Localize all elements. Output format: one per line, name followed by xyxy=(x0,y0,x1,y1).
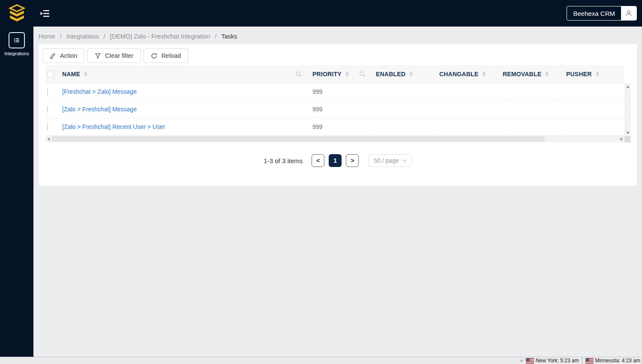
reload-button-label: Reload xyxy=(161,52,181,59)
integrations-list-icon xyxy=(9,32,25,48)
account-button[interactable]: Beehexa CRM xyxy=(567,6,637,21)
task-link[interactable]: [Freshchat > Zalo] Message xyxy=(62,88,137,95)
scrollbar-corner xyxy=(624,136,631,143)
breadcrumb-home[interactable]: Home xyxy=(39,33,55,40)
tasks-table: NAME PRIORITY xyxy=(46,65,631,142)
scroll-right-arrow-icon[interactable] xyxy=(621,137,623,141)
table-row: [Zalo > Freshchat] Recent User > User 99… xyxy=(46,118,624,136)
breadcrumb-integration-name[interactable]: [DEMO] Zalo - Freshchat Integration xyxy=(110,33,210,40)
column-header-enabled[interactable]: ENABLED xyxy=(369,65,432,83)
status-divider xyxy=(582,357,582,364)
action-button[interactable]: Action xyxy=(42,48,84,63)
prev-page-button[interactable]: < xyxy=(312,154,324,167)
user-icon xyxy=(625,9,633,17)
clear-filter-button[interactable]: Clear filter xyxy=(87,48,141,63)
table-row: [Zalo > Freshchat] Message 999 xyxy=(46,101,624,118)
next-page-button[interactable]: > xyxy=(346,154,359,167)
top-bar: Beehexa CRM xyxy=(0,0,642,27)
sidebar-item-label: Integrations xyxy=(4,51,29,56)
reload-button[interactable]: Reload xyxy=(144,48,188,63)
search-icon[interactable] xyxy=(296,71,302,77)
sort-icon[interactable] xyxy=(482,72,486,77)
brand-name: Beehexa CRM xyxy=(567,10,621,17)
horizontal-scrollbar-thumb[interactable] xyxy=(52,136,545,142)
table-row: [Freshchat > Zalo] Message 999 xyxy=(46,83,624,101)
brand-logo[interactable] xyxy=(0,3,33,24)
breadcrumb-separator: / xyxy=(215,33,216,40)
menu-unfold-icon[interactable] xyxy=(39,8,51,19)
sort-icon[interactable] xyxy=(345,72,349,77)
highlighter-icon xyxy=(50,53,56,59)
breadcrumb-integrations[interactable]: Integrations xyxy=(66,33,99,40)
column-header-priority[interactable]: PRIORITY xyxy=(306,65,369,83)
chevron-down-icon xyxy=(402,159,407,162)
task-link[interactable]: [Zalo > Freshchat] Recent User > User xyxy=(62,123,165,130)
row-checkbox[interactable] xyxy=(47,105,48,113)
row-checkbox[interactable] xyxy=(47,88,48,95)
us-flag-icon xyxy=(526,358,534,364)
action-button-label: Action xyxy=(60,52,77,59)
page-size-select[interactable]: 50 / page xyxy=(369,154,411,167)
sort-icon[interactable] xyxy=(409,72,413,77)
priority-value: 999 xyxy=(306,106,369,113)
sidebar: Integrations xyxy=(0,0,33,357)
priority-value: 999 xyxy=(306,88,369,95)
page-1-button[interactable]: 1 xyxy=(329,154,342,167)
search-icon[interactable] xyxy=(359,71,365,77)
breadcrumb-separator: / xyxy=(60,33,62,40)
filter-icon xyxy=(95,53,101,59)
sort-icon[interactable] xyxy=(545,72,549,77)
beehexa-logo-icon xyxy=(8,3,26,24)
sort-icon[interactable] xyxy=(84,72,87,77)
column-header-changable[interactable]: CHANGABLE xyxy=(432,65,496,83)
sort-icon[interactable] xyxy=(596,72,599,77)
breadcrumb: Home / Integrations / [DEMO] Zalo - Fres… xyxy=(39,32,642,41)
clear-filter-button-label: Clear filter xyxy=(105,52,133,59)
scroll-down-arrow-icon[interactable] xyxy=(626,132,630,134)
pagination: 1-3 of 3 items < 1 > 50 / page xyxy=(39,154,637,167)
clock-new-york: New York: 5:23 am xyxy=(536,358,579,364)
row-checkbox[interactable] xyxy=(47,123,48,131)
breadcrumb-separator: / xyxy=(104,33,105,40)
breadcrumb-current-tasks: Tasks xyxy=(221,33,237,40)
pagination-summary: 1-3 of 3 items xyxy=(264,157,303,164)
select-all-checkbox[interactable] xyxy=(47,71,54,78)
sidebar-item-integrations[interactable]: Integrations xyxy=(0,32,33,56)
clock-minnesota: Minnesota: 4:23 am xyxy=(595,358,640,364)
us-flag-icon xyxy=(585,358,594,364)
vertical-scrollbar[interactable] xyxy=(624,84,631,136)
column-header-name[interactable]: NAME xyxy=(55,65,306,83)
user-avatar[interactable] xyxy=(621,6,636,21)
main-content: Home / Integrations / [DEMO] Zalo - Fres… xyxy=(33,0,642,186)
close-icon[interactable]: × xyxy=(520,358,522,363)
priority-value: 999 xyxy=(306,123,369,130)
table-header-row: NAME PRIORITY xyxy=(46,65,624,83)
task-link[interactable]: [Zalo > Freshchat] Message xyxy=(62,106,137,113)
column-header-removable[interactable]: REMOVABLE xyxy=(496,65,559,83)
tasks-card: Action Clear filter Reload xyxy=(39,44,637,186)
page-size-value: 50 / page xyxy=(374,157,399,164)
scroll-up-arrow-icon[interactable] xyxy=(626,86,630,88)
horizontal-scrollbar[interactable] xyxy=(46,136,624,142)
reload-icon xyxy=(151,53,157,59)
scroll-left-arrow-icon[interactable] xyxy=(48,137,50,141)
column-header-pusher[interactable]: PUSHER xyxy=(559,65,624,83)
toolbar: Action Clear filter Reload xyxy=(39,44,637,65)
clock-status-bar: × New York: 5:23 am Minnesota: 4:23 am xyxy=(0,357,642,364)
